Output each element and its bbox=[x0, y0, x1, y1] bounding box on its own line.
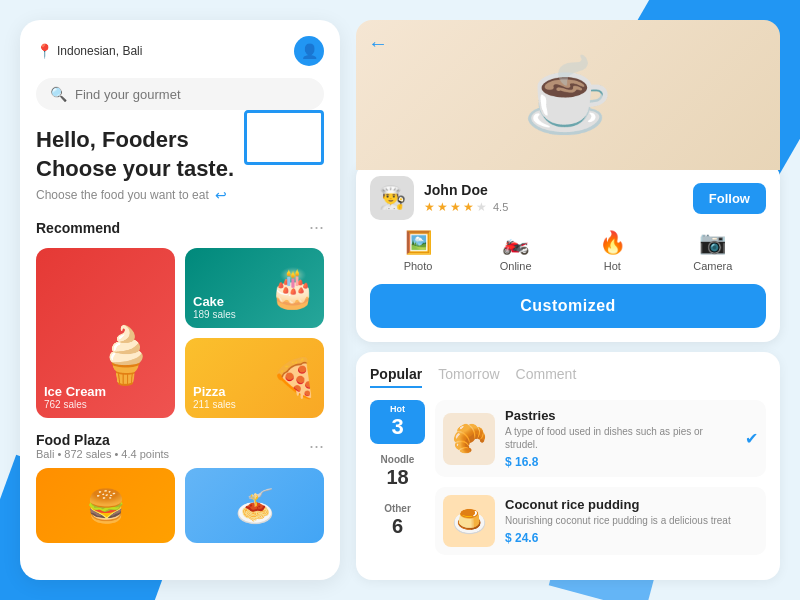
food-card-overlay-icecream: Ice Cream 762 sales bbox=[36, 376, 175, 418]
list-item-pastries[interactable]: 🥐 Pastries A type of food used in dishes… bbox=[435, 400, 766, 477]
food-card-overlay-pizza: Pizza 211 sales bbox=[185, 376, 324, 418]
hot-item-hot-number: 3 bbox=[378, 414, 417, 440]
hot-item-hot-label: Hot bbox=[378, 404, 417, 414]
list-item-pudding[interactable]: 🍮 Coconut rice pudding Nourishing coconu… bbox=[435, 487, 766, 555]
food-card-cake[interactable]: 🎂 Cake 189 sales bbox=[185, 248, 324, 328]
back-arrow-button[interactable]: ← bbox=[368, 32, 388, 55]
plaza-images: 🍔 🍝 bbox=[36, 468, 324, 543]
stars-row: ★ ★ ★ ★ ★ 4.5 bbox=[424, 200, 683, 214]
top-bar: 📍 Indonesian, Bali 👤 bbox=[36, 36, 324, 66]
star-5: ★ bbox=[476, 200, 487, 214]
pastries-image: 🥐 bbox=[443, 413, 495, 465]
popular-section: Popular Tomorrow Comment Hot 3 Noodle 18 bbox=[356, 352, 780, 580]
hero-subtitle: Choose the food you want to eat ↩ bbox=[36, 187, 324, 203]
hot-icon: 🔥 bbox=[599, 230, 626, 256]
camera-label: Camera bbox=[693, 260, 732, 272]
hot-item-other[interactable]: Other 6 bbox=[370, 499, 425, 542]
user-avatar[interactable]: 👤 bbox=[294, 36, 324, 66]
action-online[interactable]: 🏍️ Online bbox=[500, 230, 532, 272]
popular-tabs: Popular Tomorrow Comment bbox=[370, 366, 766, 388]
follow-button[interactable]: Follow bbox=[693, 183, 766, 214]
tab-comment[interactable]: Comment bbox=[516, 366, 577, 388]
food-plaza-info: Food Plaza Bali • 872 sales • 4.4 points bbox=[36, 432, 169, 460]
action-camera[interactable]: 📷 Camera bbox=[693, 230, 732, 272]
food-card-name-icecream: Ice Cream bbox=[44, 384, 167, 399]
profile-avatar: 👨‍🍳 bbox=[370, 176, 414, 220]
pudding-description: Nourishing coconut rice pudding is a del… bbox=[505, 514, 758, 527]
food-card-overlay-cake: Cake 189 sales bbox=[185, 286, 324, 328]
camera-icon: 📷 bbox=[699, 230, 726, 256]
pastries-info: Pastries A type of food used in dishes s… bbox=[505, 408, 735, 469]
hot-item-noodle[interactable]: Noodle 18 bbox=[370, 450, 425, 493]
pudding-info: Coconut rice pudding Nourishing coconut … bbox=[505, 497, 758, 545]
pudding-name: Coconut rice pudding bbox=[505, 497, 758, 512]
pastries-description: A type of food used in dishes such as pi… bbox=[505, 425, 735, 451]
coffee-hero-image: ← ☕ bbox=[356, 20, 780, 170]
main-container: 📍 Indonesian, Bali 👤 🔍 Hello, Fooders Ch… bbox=[0, 0, 800, 600]
profile-card: 👨‍🍳 John Doe ★ ★ ★ ★ ★ 4.5 Follow bbox=[356, 162, 780, 342]
star-2: ★ bbox=[437, 200, 448, 214]
food-plaza-title: Food Plaza bbox=[36, 432, 169, 448]
location-text: Indonesian, Bali bbox=[57, 44, 142, 58]
photo-icon: 🖼️ bbox=[405, 230, 432, 256]
food-card-name-cake: Cake bbox=[193, 294, 316, 309]
action-photo[interactable]: 🖼️ Photo bbox=[404, 230, 433, 272]
blue-square-decoration bbox=[244, 110, 324, 165]
hot-label: Hot bbox=[604, 260, 621, 272]
photo-label: Photo bbox=[404, 260, 433, 272]
star-1: ★ bbox=[424, 200, 435, 214]
location-row: 📍 Indonesian, Bali bbox=[36, 43, 142, 59]
right-panel: ← ☕ 👨‍🍳 John Doe ★ ★ ★ ★ ★ 4.5 bbox=[356, 20, 780, 580]
tab-tomorrow[interactable]: Tomorrow bbox=[438, 366, 499, 388]
food-plaza-more-button[interactable]: ··· bbox=[309, 436, 324, 457]
food-list: 🥐 Pastries A type of food used in dishes… bbox=[435, 400, 766, 555]
food-card-sales-pizza: 211 sales bbox=[193, 399, 316, 410]
star-4: ★ bbox=[463, 200, 474, 214]
online-label: Online bbox=[500, 260, 532, 272]
pudding-price: $ 24.6 bbox=[505, 531, 758, 545]
search-input[interactable] bbox=[75, 87, 310, 102]
food-card-icecream[interactable]: 🍦 Ice Cream 762 sales bbox=[36, 248, 175, 418]
plaza-burger-card[interactable]: 🍔 bbox=[36, 468, 175, 543]
hot-item-hot[interactable]: Hot 3 bbox=[370, 400, 425, 444]
hot-list: Hot 3 Noodle 18 Other 6 bbox=[370, 400, 425, 555]
location-icon: 📍 bbox=[36, 43, 53, 59]
profile-info: John Doe ★ ★ ★ ★ ★ 4.5 bbox=[424, 182, 683, 214]
recommend-section-header: Recommend ··· bbox=[36, 217, 324, 238]
pudding-image: 🍮 bbox=[443, 495, 495, 547]
plaza-chicken-card[interactable]: 🍝 bbox=[185, 468, 324, 543]
burger-emoji: 🍔 bbox=[86, 487, 126, 525]
profile-name: John Doe bbox=[424, 182, 683, 198]
other-number: 6 bbox=[378, 514, 417, 538]
profile-row: 👨‍🍳 John Doe ★ ★ ★ ★ ★ 4.5 Follow bbox=[370, 176, 766, 220]
food-plaza-section: Food Plaza Bali • 872 sales • 4.4 points… bbox=[36, 432, 324, 543]
customized-button[interactable]: Customized bbox=[370, 284, 766, 328]
coffee-emoji: ☕ bbox=[523, 53, 613, 138]
recommend-title: Recommend bbox=[36, 220, 120, 236]
food-grid: 🍦 Ice Cream 762 sales 🎂 Cake 189 sales bbox=[36, 248, 324, 418]
action-icons-row: 🖼️ Photo 🏍️ Online 🔥 Hot 📷 Camera bbox=[370, 230, 766, 272]
noodle-label: Noodle bbox=[378, 454, 417, 465]
tab-popular[interactable]: Popular bbox=[370, 366, 422, 388]
pastries-check-icon: ✔ bbox=[745, 429, 758, 448]
action-hot[interactable]: 🔥 Hot bbox=[599, 230, 626, 272]
recommend-more-button[interactable]: ··· bbox=[309, 217, 324, 238]
subtitle-arrow-icon[interactable]: ↩ bbox=[215, 187, 227, 203]
food-card-sales-cake: 189 sales bbox=[193, 309, 316, 320]
left-panel: 📍 Indonesian, Bali 👤 🔍 Hello, Fooders Ch… bbox=[20, 20, 340, 580]
chicken-emoji: 🍝 bbox=[235, 487, 275, 525]
food-card-name-pizza: Pizza bbox=[193, 384, 316, 399]
food-card-sales-icecream: 762 sales bbox=[44, 399, 167, 410]
rating-number: 4.5 bbox=[493, 201, 508, 213]
search-icon: 🔍 bbox=[50, 86, 67, 102]
other-label: Other bbox=[378, 503, 417, 514]
noodle-number: 18 bbox=[378, 465, 417, 489]
food-plaza-subtitle: Bali • 872 sales • 4.4 points bbox=[36, 448, 169, 460]
popular-content: Hot 3 Noodle 18 Other 6 bbox=[370, 400, 766, 555]
food-plaza-header: Food Plaza Bali • 872 sales • 4.4 points… bbox=[36, 432, 324, 460]
search-bar[interactable]: 🔍 bbox=[36, 78, 324, 110]
online-icon: 🏍️ bbox=[502, 230, 529, 256]
star-3: ★ bbox=[450, 200, 461, 214]
food-card-pizza[interactable]: 🍕 Pizza 211 sales bbox=[185, 338, 324, 418]
pastries-price: $ 16.8 bbox=[505, 455, 735, 469]
